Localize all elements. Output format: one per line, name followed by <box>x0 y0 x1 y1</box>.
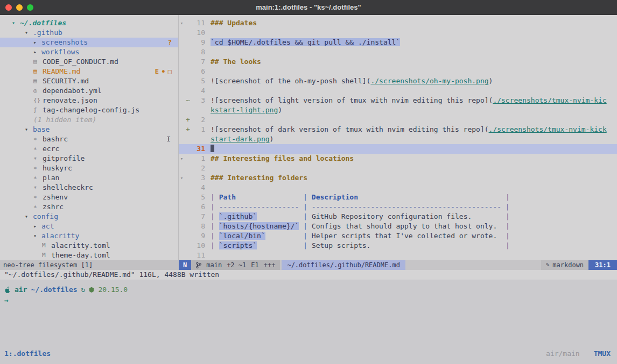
editor-line[interactable]: 4 <box>179 183 617 192</box>
editor-line[interactable]: +1![screenshot of dark version of tmux w… <box>179 125 617 134</box>
tree-item-label: CODE_OF_CONDUCT.md <box>43 57 118 67</box>
tree-item[interactable]: ▤CODE_OF_CONDUCT.md <box>0 57 178 67</box>
shell-pane[interactable]: air ~/.dotfiles ↻ 20.15.0 → 1:.dotfiles … <box>0 280 617 364</box>
editor-line[interactable]: ▾3### Interesting folders <box>179 173 617 183</box>
tree-item[interactable]: ▾config <box>0 212 178 222</box>
minimize-button[interactable] <box>16 4 23 11</box>
tmux-right-status: air/main TMUX <box>546 349 611 358</box>
folder-arrow-icon[interactable]: ▸ <box>33 38 41 47</box>
tree-item[interactable]: ∗huskyrc <box>0 163 178 173</box>
sign-column <box>185 212 191 222</box>
tree-item[interactable]: ▾.github <box>0 28 178 38</box>
folder-arrow-icon[interactable]: ▾ <box>25 212 33 222</box>
fold-column <box>179 76 185 86</box>
diagnostic-error-badge: E <box>155 67 159 76</box>
editor-line[interactable]: ~3![screenshot of light version of tmux … <box>179 96 617 105</box>
tree-item[interactable]: ▸act <box>0 222 178 231</box>
tree-item-label: renovate.json <box>43 96 97 105</box>
tree-item[interactable]: ▤README.mdE●□ <box>0 67 178 76</box>
folder-arrow-icon[interactable]: ▾ <box>25 125 33 134</box>
folder-arrow-icon[interactable]: ▾ <box>12 18 20 28</box>
tree-item[interactable]: ∗zshrc <box>0 202 178 212</box>
sign-column <box>185 105 191 115</box>
editor-line[interactable]: 6 <box>179 67 617 76</box>
fold-column <box>179 28 185 38</box>
tree-item[interactable]: ▤SECURITY.md <box>0 76 178 86</box>
folder-arrow-icon[interactable]: ▸ <box>33 47 41 57</box>
editor-line[interactable]: 4 <box>179 86 617 96</box>
editor-line[interactable]: 9| `local/bin` | Helper scripts that I'v… <box>179 231 617 241</box>
editor-line[interactable]: kstart-light.png) <box>179 105 617 115</box>
editor-line[interactable]: 7## The looks <box>179 57 617 67</box>
tree-item[interactable]: ∗plan <box>0 173 178 183</box>
file-tree[interactable]: ▾~/.dotfiles▾.github▸screenshots?▸workfl… <box>0 15 179 260</box>
tree-item[interactable]: ∗gitprofile <box>0 154 178 163</box>
editor-line[interactable]: start-dark.png) <box>179 134 617 144</box>
editor-line[interactable]: 8 <box>179 47 617 57</box>
folder-arrow-icon[interactable]: ▸ <box>33 222 41 231</box>
editor-line[interactable]: 9`cd $HOME/.dotfiles && git pull && ./in… <box>179 38 617 47</box>
sign-column <box>185 144 191 154</box>
line-text: | `local/bin` | Helper scripts that I've… <box>211 231 617 241</box>
editor-line[interactable]: 5| Path | Description | <box>179 192 617 202</box>
editor-line[interactable]: 2 <box>179 163 617 173</box>
terminal-window: main:1:.dotfiles - "ks~/.dotfiles" ▾~/.d… <box>0 0 617 364</box>
editor-line[interactable]: 7| `.github` | GitHub Repository configu… <box>179 212 617 222</box>
editor-line[interactable]: ▾1## Interesting files and locations <box>179 154 617 163</box>
sign-column <box>185 183 191 192</box>
terminal-input-line[interactable]: → <box>4 296 617 305</box>
line-number: 4 <box>191 183 205 192</box>
tree-item[interactable]: ▾alacritty <box>0 231 178 241</box>
tree-item[interactable]: Malacritty.toml <box>0 241 178 251</box>
tree-item-label: bashrc <box>43 134 68 144</box>
tree-item[interactable]: Mtheme-day.toml <box>0 251 178 260</box>
tree-item[interactable]: ∗ecrc <box>0 144 178 154</box>
config-file-icon: ∗ <box>33 192 43 202</box>
editor-line[interactable]: 31 <box>179 144 617 154</box>
line-number: 8 <box>191 47 205 57</box>
shell-prompt: air ~/.dotfiles ↻ 20.15.0 <box>4 285 617 295</box>
git-segment: main +2 ~1 E1 +++ <box>191 260 280 270</box>
markdown-file-icon: ▤ <box>33 67 43 76</box>
tmux-window-tab[interactable]: 1:.dotfiles <box>4 349 51 358</box>
cwd: ~/.dotfiles <box>31 285 77 295</box>
folder-arrow-icon[interactable]: ▾ <box>25 28 33 38</box>
line-text: ![screenshot of dark version of tmux wit… <box>211 125 617 134</box>
tree-item[interactable]: {}renovate.json <box>0 96 178 105</box>
tree-item[interactable]: ∗bashrcI <box>0 134 178 144</box>
fold-column <box>179 57 185 67</box>
tree-item[interactable]: ▾~/.dotfiles <box>0 18 178 28</box>
editor-line[interactable]: 6| ------------------- | ---------------… <box>179 202 617 212</box>
fold-icon[interactable]: ▾ <box>179 154 185 163</box>
statusline: neo-tree filesystem [1] N main +2 ~1 E1 … <box>0 260 617 270</box>
editor-line[interactable]: 5![screenshot of the oh-my-posh shell](.… <box>179 76 617 86</box>
fold-icon[interactable]: ▾ <box>179 173 185 183</box>
editor-line[interactable]: 11 <box>179 251 617 260</box>
editor-line[interactable]: +2 <box>179 115 617 125</box>
editor-line[interactable]: 10 <box>179 28 617 38</box>
editor-line[interactable]: ▾11### Updates <box>179 18 617 28</box>
fold-icon[interactable]: ▾ <box>179 18 185 28</box>
tree-item[interactable]: ◎dependabot.yml <box>0 86 178 96</box>
editor-line[interactable]: 10| `scripts` | Setup scripts. | <box>179 241 617 251</box>
line-number: 9 <box>191 231 205 241</box>
tree-item[interactable]: (1 hidden item) <box>0 115 178 125</box>
tree-item[interactable]: ▸screenshots? <box>0 38 178 47</box>
statusline-filler <box>405 260 541 270</box>
tree-item[interactable]: ▸workflows <box>0 47 178 57</box>
close-button[interactable] <box>5 4 12 11</box>
git-branch-name: main <box>206 260 222 270</box>
zoom-button[interactable] <box>27 4 33 11</box>
line-number: 7 <box>191 57 205 67</box>
tree-item[interactable]: ∗shellcheckrc <box>0 183 178 192</box>
tree-item[interactable]: ƒtag-changelog-config.js <box>0 105 178 115</box>
line-number: 11 <box>191 251 205 260</box>
tree-item[interactable]: ∗zshenv <box>0 192 178 202</box>
sign-column <box>185 154 191 163</box>
editor-pane[interactable]: ▾11### Updates109`cd $HOME/.dotfiles && … <box>179 15 617 260</box>
git-refresh-icon: ↻ <box>81 285 86 295</box>
editor-line[interactable]: 8| `hosts/{hostname}/` | Configs that sh… <box>179 222 617 231</box>
line-text: ## The looks <box>211 57 617 67</box>
folder-arrow-icon[interactable]: ▾ <box>33 231 41 241</box>
tree-item[interactable]: ▾base <box>0 125 178 134</box>
